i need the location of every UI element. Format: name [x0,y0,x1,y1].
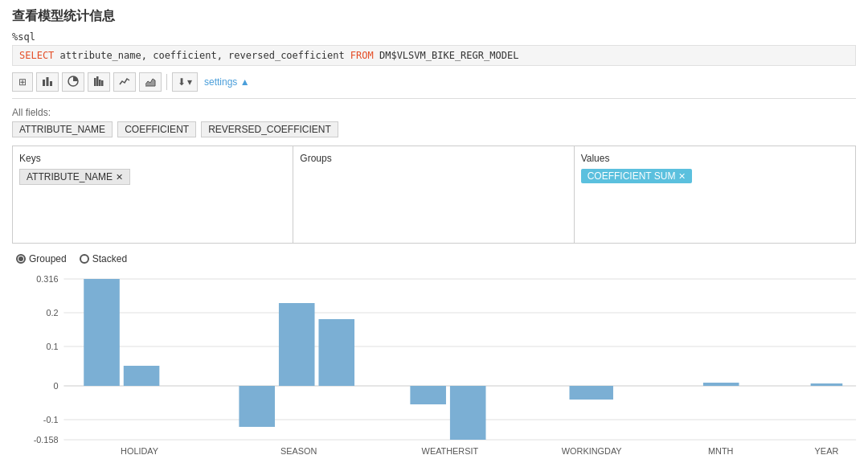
bar-year [811,383,843,386]
svg-text:WEATHERSIT: WEATHERSIT [422,446,479,455]
svg-text:0.1: 0.1 [46,342,58,351]
svg-rect-1 [47,77,49,86]
svg-text:-0.1: -0.1 [43,415,59,424]
toolbar: ⊞ ⬇ ▾ [12,72,856,99]
field-tag-attribute-name[interactable]: ATTRIBUTE_NAME [12,121,113,137]
settings-button[interactable]: settings ▲ [204,76,250,88]
keys-drop-zone[interactable]: Keys ATTRIBUTE_NAME ✕ [13,146,293,243]
stacked-radio[interactable] [80,254,89,264]
all-fields-section: All fields: ATTRIBUTE_NAME COEFFICIENT R… [12,107,856,137]
stacked-option[interactable]: Stacked [80,253,127,264]
chart-options: Grouped Stacked [16,253,856,264]
svg-text:WORKINGDAY: WORKINGDAY [562,446,622,455]
field-tag-reversed-coefficient[interactable]: REVERSED_COEFFICIENT [201,121,338,137]
bar-season-3 [318,319,354,386]
download-button[interactable]: ⬇ ▾ [172,72,198,92]
bar-workingday [569,386,612,400]
svg-text:-0.158: -0.158 [34,435,59,445]
chart-container: 0.316 0.2 0.1 0 -0.1 -0.158 [20,271,864,455]
area-chart-button[interactable] [139,72,162,92]
bar-holiday-2 [124,366,160,386]
svg-text:MNTH: MNTH [708,446,733,455]
svg-text:YEAR: YEAR [815,446,839,455]
bar-season-1 [239,386,275,427]
grouped-radio[interactable] [16,254,26,264]
pie-chart-button[interactable] [62,72,84,92]
svg-rect-2 [50,81,52,86]
svg-text:0.316: 0.316 [36,274,58,284]
sql-fields-text: attribute_name, coefficient, reversed_co… [60,50,350,61]
stacked-label: Stacked [92,253,127,264]
line-chart-icon [119,76,130,89]
page-container: 查看模型统计信息 %sql SELECT attribute_name, coe… [0,0,868,455]
svg-text:0.2: 0.2 [46,308,58,318]
grouped-label: Grouped [29,253,67,264]
keys-tag-close[interactable]: ✕ [116,172,123,182]
values-label: Values [581,153,849,164]
bar-mnth [703,383,739,386]
page-title: 查看模型统计信息 [12,8,856,25]
sql-from-keyword: FROM [350,50,374,61]
sql-table-text: DM$VLSVM_BIKE_REGR_MODEL [379,50,518,61]
field-tags: ATTRIBUTE_NAME COEFFICIENT REVERSED_COEF… [12,121,856,137]
chart-svg: 0.316 0.2 0.1 0 -0.1 -0.158 [20,271,864,455]
values-tag-close[interactable]: ✕ [678,171,686,182]
values-tag-text: COEFFICIENT SUM [588,170,676,182]
all-fields-label: All fields: [12,107,856,118]
line-chart-button[interactable] [113,72,136,92]
table-icon: ⊞ [18,76,27,88]
download-dropdown-icon: ▾ [187,76,192,88]
sql-prefix: %sql [12,31,856,43]
histogram-icon [93,76,104,89]
sql-select-keyword: SELECT [19,50,54,61]
svg-rect-4 [94,78,96,86]
values-drop-zone[interactable]: Values COEFFICIENT SUM ✕ [575,146,855,243]
keys-label: Keys [19,153,286,164]
svg-rect-0 [43,80,45,86]
field-tag-coefficient[interactable]: COEFFICIENT [117,121,196,137]
svg-text:HOLIDAY: HOLIDAY [121,446,159,455]
histogram-button[interactable] [88,72,110,92]
grouped-option[interactable]: Grouped [16,253,67,264]
svg-rect-6 [99,80,101,86]
table-view-button[interactable]: ⊞ [12,72,33,92]
svg-rect-5 [96,76,99,86]
drop-zones: Keys ATTRIBUTE_NAME ✕ Groups Values COEF… [12,146,856,244]
keys-tag-text: ATTRIBUTE_NAME [27,171,113,182]
svg-rect-7 [101,80,104,86]
area-chart-icon [145,76,156,89]
pie-chart-icon [68,76,79,89]
values-tag: COEFFICIENT SUM ✕ [581,169,693,183]
toolbar-divider [166,74,167,90]
sql-query: SELECT attribute_name, coefficient, reve… [12,45,856,66]
bar-chart-icon [42,76,53,89]
groups-drop-zone[interactable]: Groups [293,146,574,243]
download-icon: ⬇ [178,76,186,88]
svg-text:SEASON: SEASON [280,446,317,455]
svg-text:0: 0 [53,381,58,391]
bar-season-2 [279,303,315,386]
bar-weathersit-1 [410,386,446,404]
bar-chart-button[interactable] [36,72,59,92]
bar-holiday-1 [84,279,120,386]
keys-tag: ATTRIBUTE_NAME ✕ [19,169,130,185]
bar-weathersit-2 [450,386,486,440]
groups-label: Groups [300,153,567,164]
